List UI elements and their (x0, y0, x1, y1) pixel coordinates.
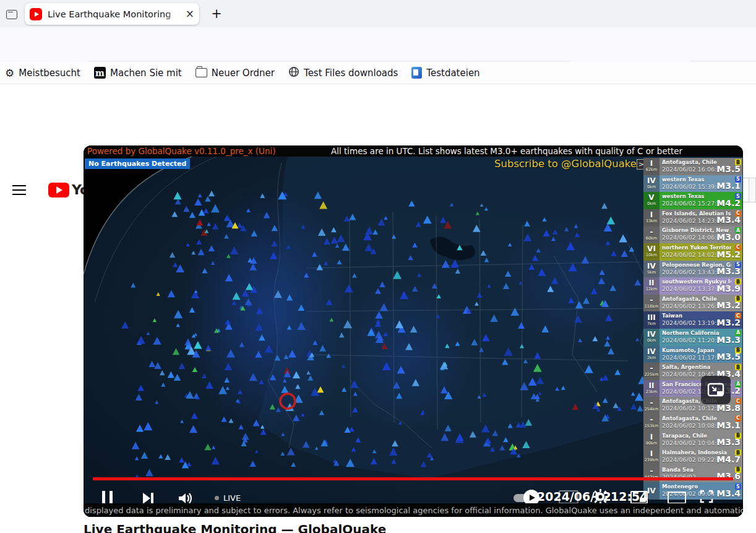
quake-row: V0kmwestern Texas2024/06/02 15:27:52M4.2… (643, 192, 742, 209)
quake-row: I239kmHalmahera, Indonesia2024/06/02 09:… (643, 448, 742, 466)
blue-file-icon (411, 67, 422, 79)
navigation-toolbar: ← → ↻ www.youtube.com/live/rvtygG4n6ew?a… (0, 27, 756, 62)
live-badge: LIVE (215, 493, 241, 503)
bookmark-label: Test Files downloads (304, 67, 398, 79)
quake-row: -153kmAntofagasta, Chile2024/06/02 10:08… (643, 414, 742, 431)
quake-row: I33kmFox Islands, Aleutian Islands, Alas… (643, 209, 742, 227)
youtube-header: YouTube DE (0, 85, 756, 126)
subtitles-button[interactable] (559, 490, 578, 504)
bookmark-item[interactable]: Neuer Ordner (195, 67, 275, 79)
quake-row: I62kmAntofagasta, Chile2024/06/02 16:06:… (643, 158, 742, 175)
miniplayer-button[interactable] (630, 491, 648, 504)
youtube-favicon (30, 8, 42, 20)
bookmark-item[interactable]: ⚙Meistbesucht (5, 67, 80, 79)
progress-bar[interactable] (93, 477, 733, 480)
globe-icon (288, 66, 299, 80)
video-player[interactable]: Powered by GlobalQuake v0.11.0_pre_x (Un… (84, 145, 743, 517)
bookmark-label: Testdateien (426, 67, 479, 79)
tab-strip: Live Earthquake Monitoring × + (0, 0, 756, 28)
tab-title-fade (166, 7, 182, 22)
utc-note-text: All times are in UTC. List shows latest … (331, 146, 682, 156)
quake-row: I90kmTarapaca, Chile2024/06/02 10:04:16M… (643, 431, 742, 449)
bookmark-label: Meistbesucht (19, 67, 80, 79)
quake-row: IV5kmPeloponnese Region, Greece2024/06/0… (643, 261, 742, 278)
folder-icon (195, 68, 207, 77)
tab-close-icon[interactable]: × (186, 9, 194, 19)
tab-title: Live Earthquake Monitoring (48, 9, 171, 19)
youtube-search-button[interactable] (749, 178, 756, 202)
browser-tab[interactable]: Live Earthquake Monitoring × (25, 3, 199, 25)
youtube-play-icon (48, 183, 69, 197)
pip-toggle-button[interactable] (701, 376, 731, 404)
video-top-bar: Powered by GlobalQuake v0.11.0_pre_x (Un… (84, 145, 743, 157)
theater-mode-button[interactable] (668, 492, 686, 504)
no-earthquakes-badge: No Earthquakes Detected (85, 158, 190, 169)
gear-icon: ⚙ (5, 67, 14, 79)
quake-row: II12kmsouthwestern Ryukyu Islands, Japan… (643, 277, 742, 295)
new-tab-button[interactable]: + (208, 5, 225, 22)
bookmark-label: Neuer Ordner (212, 67, 275, 79)
bookmark-item[interactable]: Testdateien (411, 67, 479, 79)
firefox-view-icon[interactable] (4, 6, 20, 22)
quake-row: -60kmGisborne District, New Zealand2024/… (643, 226, 742, 243)
powered-by-text: Powered by GlobalQuake v0.11.0_pre_x (Un… (87, 146, 276, 156)
quake-row: IV2kmKumamoto, Japan2024/06/02 11:17:30M… (643, 346, 742, 363)
quake-row: -118kmAntofagasta, Chile2024/06/02 13:26… (643, 295, 742, 312)
quake-row: IVMontenegro2024/06/02 09:04M3.4S (643, 482, 742, 500)
m-icon: m (94, 67, 106, 79)
menu-icon[interactable] (12, 185, 26, 195)
quake-row: III7kmTaiwan2024/06/02 13:19:34M3.2C (643, 311, 742, 329)
video-title: Live Earthquake Monitoring — GlobalQuake (84, 522, 386, 533)
bookmark-label: Machen Sie mit (110, 67, 182, 79)
subscribe-text: Subscribe to @GlobalQuake! (494, 158, 641, 170)
quake-row: IV0kmNorthern California2024/06/02 11:20… (643, 329, 742, 346)
bookmark-item[interactable]: mMachen Sie mit (94, 67, 182, 79)
earthquake-list: I62kmAntofagasta, Chile2024/06/02 16:06:… (643, 158, 742, 500)
quake-row: IV0kmwestern Texas2024/06/02 15:39:48M3.… (643, 175, 742, 193)
disclaimer-ticker: displayed data is preliminary and subjec… (84, 503, 743, 517)
live-dot-icon (215, 496, 219, 500)
quake-row: VI10kmnorthern Yukon Territory, Canada20… (643, 243, 742, 261)
bookmarks-bar: ⚙MeistbesuchtmMachen Sie mitNeuer Ordner… (0, 62, 756, 84)
pause-button[interactable] (102, 491, 113, 505)
bookmark-item[interactable]: Test Files downloads (288, 66, 398, 80)
